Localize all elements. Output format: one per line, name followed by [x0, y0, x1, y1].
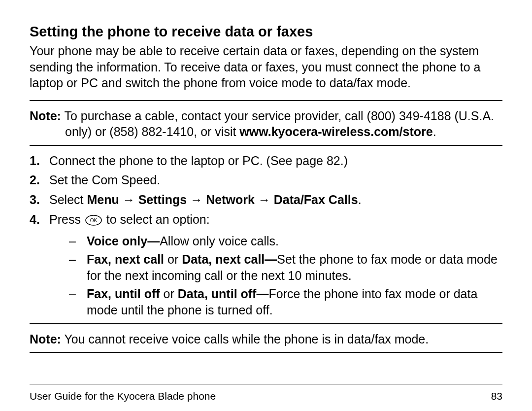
- menu-path-settings: Settings: [138, 193, 187, 206]
- document-page: Setting the phone to receive data or fax…: [0, 0, 532, 411]
- option-voice-only: – Voice only—Allow only voice calls.: [69, 233, 502, 249]
- step-number: 2.: [30, 172, 49, 189]
- section-heading: Setting the phone to receive data or fax…: [30, 24, 502, 40]
- note-no-voice-calls: Note: You cannot receive voice calls whi…: [30, 331, 502, 347]
- option-mid: or: [160, 287, 178, 301]
- option-label-a: Fax, next call: [87, 252, 164, 266]
- step-text: Connect the phone to the laptop or PC. (…: [49, 153, 502, 170]
- option-desc: Allow only voice calls.: [160, 234, 279, 248]
- option-text: Fax, next call or Data, next call—Set th…: [87, 251, 502, 284]
- footer-title: User Guide for the Kyocera Blade phone: [30, 390, 216, 402]
- step-number: 4.: [30, 211, 49, 228]
- step4-suffix: to select an option:: [103, 212, 210, 226]
- footer-rule: [30, 384, 502, 384]
- option-label-b: Data, next call—: [182, 252, 277, 266]
- note-purchase-cable: Note: To purchase a cable, contact your …: [30, 108, 502, 140]
- note-text-b: .: [433, 125, 436, 138]
- horizontal-rule: [30, 323, 502, 324]
- option-sublist: – Voice only—Allow only voice calls. – F…: [69, 233, 502, 318]
- step-1: 1. Connect the phone to the laptop or PC…: [30, 153, 502, 170]
- note-url: www.kyocera-wireless.com/store: [239, 125, 432, 138]
- page-footer: User Guide for the Kyocera Blade phone 8…: [30, 390, 502, 402]
- option-mid: or: [164, 252, 182, 266]
- bullet-dash: –: [69, 233, 87, 249]
- ok-button-icon: OK: [85, 213, 102, 230]
- intro-paragraph: Your phone may be able to receive certai…: [30, 43, 502, 91]
- page-number: 83: [491, 390, 502, 402]
- step4-prefix: Press: [49, 212, 84, 226]
- option-label-a: Fax, until off: [87, 287, 160, 301]
- step-text: Press OK to select an option:: [49, 211, 502, 230]
- step3-prefix: Select: [49, 193, 87, 206]
- option-next-call: – Fax, next call or Data, next call—Set …: [69, 251, 502, 284]
- option-text: Fax, until off or Data, until off—Force …: [87, 286, 502, 318]
- arrow-icon: →: [187, 193, 206, 206]
- step-text: Select Menu → Settings → Network → Data/…: [49, 192, 502, 208]
- horizontal-rule: [30, 352, 502, 353]
- menu-path-network: Network: [206, 193, 255, 206]
- arrow-icon: →: [255, 193, 274, 206]
- arrow-icon: →: [119, 193, 138, 206]
- bullet-dash: –: [69, 286, 87, 302]
- svg-text:OK: OK: [90, 218, 98, 223]
- option-label-b: Data, until off—: [178, 287, 269, 301]
- step-4: 4. Press OK to select an option:: [30, 211, 502, 230]
- step-3: 3. Select Menu → Settings → Network → Da…: [30, 192, 502, 208]
- step-text: Set the Com Speed.: [49, 172, 502, 189]
- note-label: Note:: [30, 332, 61, 346]
- note-label: Note:: [30, 109, 61, 123]
- step-2: 2. Set the Com Speed.: [30, 172, 502, 189]
- note-text: You cannot receive voice calls while the…: [61, 332, 429, 346]
- menu-path-menu: Menu: [87, 193, 119, 206]
- step-number: 1.: [30, 153, 49, 170]
- step3-suffix: .: [358, 193, 362, 206]
- step-number: 3.: [30, 192, 49, 208]
- horizontal-rule: [30, 100, 502, 101]
- option-label: Voice only—: [87, 234, 160, 248]
- option-text: Voice only—Allow only voice calls.: [87, 233, 502, 249]
- menu-path-datafax: Data/Fax Calls: [274, 193, 358, 206]
- bullet-dash: –: [69, 251, 87, 268]
- horizontal-rule: [30, 145, 502, 146]
- ordered-steps: 1. Connect the phone to the laptop or PC…: [30, 153, 502, 230]
- option-until-off: – Fax, until off or Data, until off—Forc…: [69, 286, 502, 318]
